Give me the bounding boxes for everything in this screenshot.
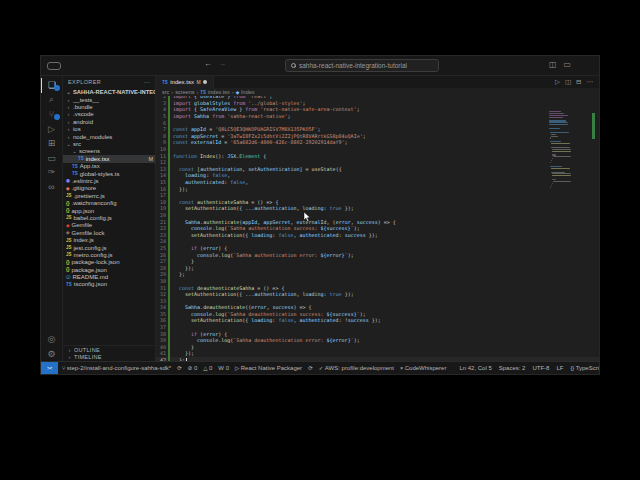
typescript-file-icon: TS — [162, 80, 168, 85]
code-line-32: 32 setAuthentication({ ...authentication… — [156, 291, 599, 298]
status-aws-profile[interactable]: ✓AWS: profile:development — [319, 365, 394, 371]
vscode-window: ← → sahha-react-native-integration-tutor… — [40, 55, 600, 375]
unsaved-dot-icon[interactable] — [203, 80, 207, 84]
status-indentation[interactable]: Spaces: 2 — [499, 365, 526, 371]
status-react-native-packager[interactable]: ▷React Native Packager — [235, 365, 302, 371]
file-Gemfile[interactable]: ◆Gemfile — [63, 222, 155, 229]
symbol-icon: ◈ — [236, 90, 239, 95]
status-errors[interactable]: ⊘0 — [188, 365, 197, 371]
split-editor-icon[interactable]: ◫ — [565, 78, 571, 86]
workspace-root-folder[interactable]: ⌄ SAHHA-REACT-NATIVE-INTEGRATION-... — [63, 87, 155, 96]
folder-.bundle[interactable]: ›.bundle — [63, 103, 155, 110]
layout-toggle-icon-0[interactable]: ◫ — [549, 60, 557, 69]
activity-aws-toolkit-icon[interactable]: ∞ — [41, 180, 63, 195]
code-line-26: 26 console.log(`Sahha authentication err… — [156, 251, 599, 258]
file-.eslintrc.js[interactable]: ◉.eslintrc.js — [63, 177, 155, 184]
file-README.md[interactable]: ⓘREADME.md — [63, 273, 155, 280]
activity-extensions-icon[interactable]: ⊞ — [41, 136, 63, 151]
file-index.js[interactable]: JSindex.js — [63, 236, 155, 243]
status-language-mode[interactable]: {}TypeScript JSX — [570, 365, 599, 371]
errors-label: 0 — [194, 365, 197, 371]
git-added-gutter — [168, 317, 170, 324]
minimap-line — [551, 143, 570, 144]
file-package-lock.json[interactable]: {}package-lock.json — [63, 259, 155, 266]
status-w-counter[interactable]: W 0 — [218, 365, 229, 371]
layout-icon[interactable]: ⊟ — [576, 78, 581, 86]
remote-indicator[interactable]: >< — [41, 362, 58, 374]
file-label: package-lock.json — [72, 259, 120, 265]
file-.prettierrc.js[interactable]: JS.prettierrc.js — [63, 192, 155, 199]
code-line-6: 6 — [156, 119, 599, 126]
js-file-icon: JS — [66, 252, 72, 257]
code-line-39: 39 console.log(`Sahha deauthentication e… — [156, 337, 599, 344]
folder-__tests__[interactable]: ›__tests__ — [63, 96, 155, 103]
run-file-icon[interactable]: ▷ — [555, 78, 560, 86]
more-actions-icon[interactable]: ⋯ — [587, 78, 594, 86]
folder-.vscode[interactable]: ›.vscode — [63, 111, 155, 118]
code-line-31: 31 const deauthenticateSahha = () => { — [156, 284, 599, 291]
back-arrow-icon[interactable]: ← — [204, 59, 212, 68]
file-Gemfile.lock[interactable]: ◆Gemfile.lock — [63, 229, 155, 236]
line-number: 24 — [156, 238, 168, 244]
git-added-gutter — [168, 218, 170, 225]
status-git-branch[interactable]: ⑂step-2/install-and-configure-sahha-sdk* — [62, 365, 171, 371]
activity-run-and-debug-icon[interactable]: ▷ — [41, 122, 63, 137]
status-warnings[interactable]: △0 — [203, 365, 212, 371]
file-label: .gitignore — [71, 185, 96, 191]
section-timeline[interactable]: ›TIMELINE — [63, 354, 155, 362]
file-tsconfig.json[interactable]: TStsconfig.json — [63, 281, 155, 288]
activity-source-control-icon[interactable]: ⑂ — [41, 107, 63, 122]
file-App.tsx[interactable]: TSApp.tsx — [63, 163, 155, 170]
folder-ios[interactable]: ›ios — [63, 126, 155, 133]
status-packager-sync[interactable]: ⟳ — [308, 365, 313, 371]
section-outline[interactable]: ›OUTLINE — [63, 346, 155, 354]
activity-settings-gear-icon[interactable]: ⚙ — [41, 347, 63, 362]
command-center-search[interactable]: sahha-react-native-integration-tutorial — [285, 59, 439, 72]
file-index.tsx[interactable]: TSindex.tsxM — [63, 155, 155, 162]
section-label: TIMELINE — [74, 354, 102, 360]
layout-toggle-icon-1[interactable]: ▭ — [563, 60, 571, 69]
file-app.json[interactable]: {}app.json — [63, 207, 155, 214]
forward-arrow-icon[interactable]: → — [218, 59, 226, 68]
app-menu-icon[interactable] — [47, 62, 61, 70]
activity-accounts-icon[interactable]: ◎ — [41, 332, 63, 347]
explorer-more-icon[interactable]: ⋯ — [144, 78, 150, 85]
activity-docker-icon[interactable]: ✑ — [41, 165, 63, 180]
explorer-sidebar: EXPLORER ⋯ ⌄ SAHHA-REACT-NATIVE-INTEGRAT… — [63, 76, 156, 361]
breadcrumb-item[interactable]: screens — [175, 89, 194, 95]
code-area[interactable]: 2import { useState } from 'react';3impor… — [156, 96, 599, 361]
breadcrumb-item[interactable]: index.tsx — [208, 89, 230, 95]
line-number: 27 — [156, 258, 168, 264]
status-eol[interactable]: LF — [556, 365, 563, 371]
cursor-position-label: Ln 42, Col 5 — [459, 365, 491, 371]
minimap-line — [551, 134, 556, 135]
code-line-8: 8const appSecret = '3aTwI8FZx2i5dhtVi2Z2… — [156, 133, 599, 140]
activity-search-icon[interactable]: ⌕ — [41, 93, 63, 108]
file-package.json[interactable]: {}package.json — [63, 266, 155, 273]
minimap[interactable] — [549, 111, 569, 189]
folder-android[interactable]: ›android — [63, 118, 155, 125]
folder-src[interactable]: ⌄src — [63, 140, 155, 147]
activity-explorer-icon[interactable]: ❏ — [41, 78, 63, 93]
activity-remote-explorer-icon[interactable]: ▭ — [41, 151, 63, 166]
breadcrumb: src›screens›TSindex.tsx›◈Index — [156, 88, 599, 96]
file-metro.config.js[interactable]: JSmetro.config.js — [63, 251, 155, 258]
file-global-styles.ts[interactable]: TSglobal-styles.ts — [63, 170, 155, 177]
breadcrumb-item[interactable]: src — [162, 89, 169, 95]
file-babel.config.js[interactable]: JSbabel.config.js — [63, 214, 155, 221]
status-codewhisperer[interactable]: ×CodeWhisperer — [400, 365, 446, 371]
folder-screens[interactable]: ⌄screens — [63, 148, 155, 155]
tab-index-tsx[interactable]: TS index.tsx M — [156, 76, 214, 88]
status-cursor-position[interactable]: Ln 42, Col 5 — [459, 365, 491, 371]
file-jest.config.js[interactable]: JSjest.config.js — [63, 244, 155, 251]
breadcrumb-item[interactable]: Index — [241, 89, 254, 95]
minimap-line — [549, 124, 568, 125]
code-line-30: 30 — [156, 278, 599, 285]
line-number: 9 — [156, 139, 168, 145]
code-line-41: 41 }); — [156, 350, 599, 357]
status-branch-sync[interactable]: ⟳ — [177, 365, 182, 371]
file-.watchmanconfig[interactable]: {}.watchmanconfig — [63, 199, 155, 206]
status-encoding[interactable]: UTF-8 — [532, 365, 549, 371]
file-.gitignore[interactable]: ◆.gitignore — [63, 185, 155, 192]
folder-node_modules[interactable]: ›node_modules — [63, 133, 155, 140]
